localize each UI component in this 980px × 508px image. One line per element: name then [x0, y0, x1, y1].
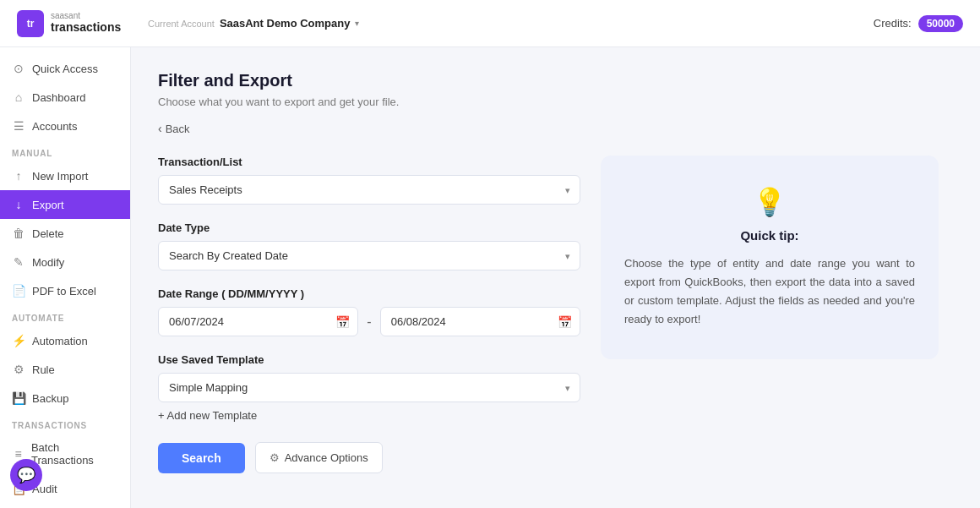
header-center: Current Account SaasAnt Demo Company ▾	[148, 17, 874, 30]
transaction-list-group: Transaction/List Sales ReceiptsInvoicesB…	[158, 156, 580, 205]
tip-card: 💡 Quick tip: Choose the type of entity a…	[601, 156, 939, 359]
add-template-link[interactable]: + Add new Template	[158, 409, 580, 422]
layout: ⊙ Quick Access ⌂ Dashboard ☰ Accounts MA…	[0, 47, 980, 508]
date-type-label: Date Type	[158, 221, 580, 234]
logo-text: saasant transactions	[51, 12, 121, 35]
credits-badge: 50000	[918, 15, 963, 32]
date-to-input[interactable]	[380, 307, 580, 336]
date-range-label: Date Range ( DD/MM/YYYY )	[158, 287, 580, 300]
logo-icon: tr	[17, 10, 44, 37]
tip-title: Quick tip:	[740, 228, 798, 243]
export-icon: ↓	[12, 198, 25, 211]
logo-brand: saasant	[51, 12, 121, 20]
date-range-row: 📅 - 📅	[158, 307, 580, 336]
logo-area: tr saasant transactions	[17, 10, 148, 37]
account-dropdown-arrow[interactable]: ▾	[355, 19, 359, 28]
transaction-list-label: Transaction/List	[158, 156, 580, 168]
backup-icon: 💾	[12, 391, 25, 405]
date-type-select[interactable]: Search By Created DateSearch By Modified…	[158, 241, 580, 270]
sidebar-item-label: Accounts	[32, 120, 77, 133]
credits-label: Credits:	[874, 17, 912, 30]
pdf-icon: 📄	[12, 284, 25, 298]
sidebar-item-label: Quick Access	[32, 63, 98, 75]
template-label: Use Saved Template	[158, 353, 580, 366]
sliders-icon: ⚙	[270, 451, 280, 464]
modify-icon: ✎	[12, 255, 25, 269]
sidebar-item-accounts[interactable]: ☰ Accounts	[0, 112, 130, 140]
sidebar: ⊙ Quick Access ⌂ Dashboard ☰ Accounts MA…	[0, 47, 131, 508]
add-template-label: + Add new Template	[158, 409, 257, 422]
sidebar-section-transactions: TRANSACTIONS	[0, 412, 130, 434]
date-type-select-wrapper: Search By Created DateSearch By Modified…	[158, 241, 580, 270]
sidebar-item-backup[interactable]: 💾 Backup	[0, 384, 130, 412]
sidebar-item-export[interactable]: ↓ Export	[0, 190, 130, 219]
sidebar-item-label: New Import	[32, 170, 88, 183]
dashboard-icon: ⌂	[12, 90, 25, 104]
sidebar-item-new-import[interactable]: ↑ New Import	[0, 161, 130, 190]
date-from-wrapper: 📅	[158, 307, 358, 336]
quick-access-icon: ⊙	[12, 62, 25, 75]
sidebar-item-label: Delete	[32, 227, 64, 240]
back-arrow-icon: ‹	[158, 122, 162, 135]
sidebar-item-pdf-to-excel[interactable]: 📄 PDF to Excel	[0, 276, 130, 305]
delete-icon: 🗑	[12, 227, 25, 240]
sidebar-item-rule[interactable]: ⚙ Rule	[0, 355, 130, 384]
tip-lightbulb-icon: 💡	[753, 186, 787, 218]
template-select-wrapper: Simple MappingCustom Template 1Custom Te…	[158, 373, 580, 402]
sidebar-item-label: Modify	[32, 256, 64, 269]
sidebar-section-automate: AUTOMATE	[0, 305, 130, 326]
date-from-input[interactable]	[158, 307, 358, 336]
form-actions: Search ⚙ Advance Options	[158, 442, 580, 473]
search-button[interactable]: Search	[158, 443, 245, 473]
advance-options-label: Advance Options	[285, 451, 368, 464]
back-label: Back	[166, 123, 190, 135]
new-import-icon: ↑	[12, 169, 25, 183]
advance-options-button[interactable]: ⚙ Advance Options	[255, 442, 383, 473]
export-form: Transaction/List Sales ReceiptsInvoicesB…	[158, 156, 580, 473]
automation-icon: ⚡	[12, 334, 25, 347]
sidebar-item-label: Backup	[32, 392, 68, 405]
back-link[interactable]: ‹ Back	[158, 122, 190, 135]
sidebar-item-insights[interactable]: 📊 Insights	[0, 503, 130, 508]
sidebar-item-label: Export	[32, 199, 64, 211]
date-to-wrapper: 📅	[380, 307, 580, 336]
header-right: Credits: 50000	[874, 15, 963, 32]
template-select[interactable]: Simple MappingCustom Template 1Custom Te…	[158, 373, 580, 402]
page-title: Filter and Export	[158, 71, 953, 90]
account-name[interactable]: SaasAnt Demo Company	[220, 17, 351, 30]
logo-product: transactions	[51, 20, 121, 35]
sidebar-item-automation[interactable]: ⚡ Automation	[0, 326, 130, 355]
transaction-list-select-wrapper: Sales ReceiptsInvoicesBillsPaymentsEstim…	[158, 175, 580, 205]
sidebar-item-label: Dashboard	[32, 91, 86, 104]
content-area: Transaction/List Sales ReceiptsInvoicesB…	[158, 156, 953, 473]
sidebar-item-label: Batch Transactions	[31, 441, 118, 467]
chat-icon: 💬	[17, 466, 35, 484]
sidebar-item-delete[interactable]: 🗑 Delete	[0, 219, 130, 248]
sidebar-item-quick-access[interactable]: ⊙ Quick Access	[0, 54, 130, 83]
accounts-icon: ☰	[12, 119, 25, 133]
template-group: Use Saved Template Simple MappingCustom …	[158, 353, 580, 422]
date-range-group: Date Range ( DD/MM/YYYY ) 📅 - 📅	[158, 287, 580, 336]
chat-bubble-button[interactable]: 💬	[10, 459, 42, 491]
sidebar-section-manual: MANUAL	[0, 140, 130, 161]
sidebar-item-label: PDF to Excel	[32, 285, 96, 298]
sidebar-item-dashboard[interactable]: ⌂ Dashboard	[0, 83, 130, 112]
page-subtitle: Choose what you want to export and get y…	[158, 96, 953, 108]
date-type-group: Date Type Search By Created DateSearch B…	[158, 221, 580, 270]
header: tr saasant transactions Current Account …	[0, 0, 980, 47]
sidebar-item-label: Rule	[32, 363, 55, 376]
transaction-list-select[interactable]: Sales ReceiptsInvoicesBillsPaymentsEstim…	[158, 175, 580, 205]
tip-body: Choose the type of entity and date range…	[624, 254, 915, 329]
main-content: Filter and Export Choose what you want t…	[131, 47, 980, 508]
sidebar-item-modify[interactable]: ✎ Modify	[0, 248, 130, 276]
rule-icon: ⚙	[12, 363, 25, 376]
sidebar-item-label: Automation	[32, 335, 88, 347]
date-separator: -	[367, 314, 371, 330]
account-label: Current Account	[148, 19, 215, 29]
